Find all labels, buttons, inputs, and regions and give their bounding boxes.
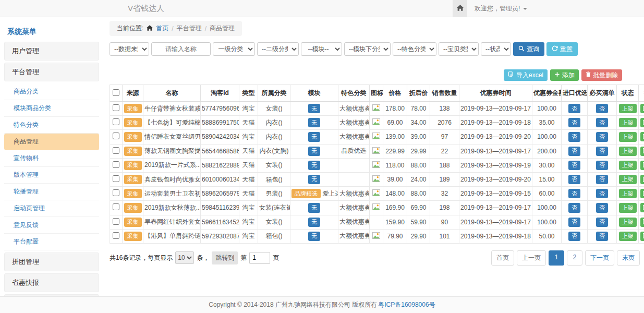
filter-select[interactable]: --模块下分类-- (344, 42, 391, 56)
action-import-excel[interactable]: 导入excel (504, 69, 548, 81)
toggle-badge-import_select[interactable]: 否 (568, 104, 580, 113)
select-all-checkbox[interactable] (113, 89, 119, 96)
edit-button[interactable] (640, 218, 644, 227)
page-button-末页[interactable]: 末页 (617, 250, 640, 266)
toggle-badge-must_buy[interactable]: 否 (596, 189, 608, 198)
page-button-1[interactable]: 1 (549, 250, 564, 266)
edit-button[interactable] (640, 147, 644, 156)
sidebar-subitem-模块商品分类[interactable]: 模块商品分类 (4, 100, 99, 117)
icp-link[interactable]: 粤ICP备16098006号 (378, 300, 435, 309)
sidebar-subitem-轮播管理[interactable]: 轮播管理 (4, 184, 99, 200)
page-button-上一页[interactable]: 上一页 (517, 250, 546, 266)
toggle-badge-import_select[interactable]: 否 (568, 161, 580, 170)
edit-button[interactable] (640, 104, 644, 113)
toggle-badge-import_select[interactable]: 否 (568, 189, 580, 198)
row-checkbox[interactable] (113, 147, 119, 154)
sidebar-subitem-意见反馈[interactable]: 意见反馈 (4, 217, 99, 234)
toggle-badge-import_select[interactable]: 否 (568, 203, 580, 212)
toggle-badge-must_buy[interactable]: 否 (596, 232, 608, 241)
sidebar-item-用户管理[interactable]: 用户管理 (4, 42, 99, 61)
toggle-badge-import_select[interactable]: 否 (568, 118, 580, 127)
status-badge[interactable]: 上架 (619, 175, 637, 184)
filter-select[interactable]: 一级分类 (213, 42, 255, 56)
table-row: 采集2019新款女秋薄款...598451162391淘宝女装(连衣裙)无大额优… (110, 201, 644, 215)
filter-select[interactable]: --二级分类-- (257, 42, 299, 56)
row-checkbox[interactable] (113, 175, 119, 182)
row-checkbox[interactable] (113, 133, 119, 139)
edit-button[interactable] (640, 232, 644, 241)
toggle-badge-must_buy[interactable]: 否 (596, 132, 608, 141)
name-search-input[interactable] (151, 42, 211, 56)
row-checkbox[interactable] (113, 203, 119, 210)
toggle-badge-import_select[interactable]: 否 (568, 218, 580, 227)
page-button-下一页[interactable]: 下一页 (585, 250, 614, 266)
toggle-badge-import_select[interactable]: 否 (568, 175, 580, 184)
toggle-badge-import_select[interactable]: 否 (568, 147, 580, 156)
toggle-badge-import_select[interactable]: 否 (568, 232, 580, 241)
status-badge[interactable]: 上架 (619, 218, 637, 227)
reset-button[interactable]: 重置 (546, 42, 578, 56)
sidebar-subitem-版本管理[interactable]: 版本管理 (4, 167, 99, 184)
edit-button[interactable] (640, 175, 644, 184)
toggle-badge-import_select[interactable]: 否 (568, 132, 580, 141)
toggle-badge-must_buy[interactable]: 否 (596, 118, 608, 127)
toggle-badge-must_buy[interactable]: 否 (596, 218, 608, 227)
jump-button[interactable]: 跳转到 (212, 251, 238, 264)
search-button[interactable]: 查询 (513, 42, 544, 56)
status-badge[interactable]: 上架 (619, 132, 637, 141)
sidebar-subitem-平台配置[interactable]: 平台配置 (4, 234, 99, 250)
edit-button[interactable] (640, 161, 644, 170)
page-button-首页[interactable]: 首页 (491, 250, 514, 266)
filter-select[interactable]: --状态-- (481, 42, 511, 56)
row-checkbox[interactable] (113, 189, 119, 196)
edit-button[interactable] (640, 118, 644, 127)
row-checkbox[interactable] (113, 218, 119, 225)
status-badge[interactable]: 上架 (619, 104, 637, 113)
toggle-badge-must_buy[interactable]: 否 (596, 161, 608, 170)
sidebar-item-拼团管理[interactable]: 拼团管理 (4, 252, 99, 271)
action-trash[interactable]: 批量删除 (581, 69, 622, 81)
filter-bar: --数据来源--一级分类--二级分类----模块----模块下分类----特色分… (110, 42, 640, 56)
toggle-badge-must_buy[interactable]: 否 (596, 175, 608, 184)
edit-button[interactable] (640, 189, 644, 198)
status-badge[interactable]: 上架 (619, 118, 637, 127)
filter-select[interactable]: --宝贝类型-- (439, 42, 479, 56)
edit-button[interactable] (640, 203, 644, 212)
status-badge[interactable]: 上架 (619, 203, 637, 212)
filter-select[interactable]: --模块-- (301, 42, 342, 56)
status-badge[interactable]: 上架 (619, 232, 637, 241)
sidebar-item-平台管理[interactable]: 平台管理 (4, 63, 99, 81)
filter-select[interactable]: --特色分类-- (393, 42, 436, 56)
sidebar-subitem-商品管理[interactable]: 商品管理 (4, 134, 99, 150)
sidebar-subitem-特色分类[interactable]: 特色分类 (4, 117, 99, 134)
status-badge[interactable]: 上架 (619, 189, 637, 198)
status-badge[interactable]: 上架 (619, 147, 637, 156)
row-checkbox[interactable] (113, 232, 119, 239)
toggle-badge-must_buy[interactable]: 否 (596, 147, 608, 156)
row-checkbox[interactable] (113, 104, 119, 111)
jump-page-input[interactable] (249, 252, 270, 264)
page-button-2[interactable]: 2 (567, 250, 582, 266)
cell-source: 采集 (123, 187, 143, 201)
user-dropdown[interactable]: 欢迎您，管理员! (467, 4, 534, 13)
action-plus[interactable]: 添加 (550, 69, 579, 81)
sidebar-subitem-宣传物料[interactable]: 宣传物料 (4, 150, 99, 167)
status-badge[interactable]: 上架 (619, 161, 637, 170)
row-checkbox[interactable] (113, 118, 119, 125)
product-thumbnail-icon (372, 105, 380, 113)
filter-select[interactable]: --数据来源-- (110, 42, 149, 56)
per-page-select[interactable]: 10 (175, 251, 194, 264)
breadcrumb-home-link[interactable]: 首页 (156, 24, 168, 33)
record-count-text: 共16条记录，每页显示 (110, 254, 173, 262)
sidebar-subitem-商品分类[interactable]: 商品分类 (4, 83, 99, 100)
table-row: 采集运动套装男士卫衣初秋...589620659791天猫男装()品牌精选 爱上… (110, 187, 644, 201)
sidebar-subitem-启动页管理[interactable]: 启动页管理 (4, 200, 99, 217)
row-checkbox[interactable] (113, 161, 119, 168)
edit-button[interactable] (640, 132, 644, 141)
home-button[interactable] (453, 0, 467, 17)
toggle-badge-must_buy[interactable]: 否 (596, 104, 608, 113)
sidebar-item-省惠快报[interactable]: 省惠快报 (4, 273, 99, 292)
cell-ops (639, 187, 644, 201)
toggle-badge-must_buy[interactable]: 否 (596, 203, 608, 212)
cell-discount_price: 24.00 (407, 172, 430, 186)
